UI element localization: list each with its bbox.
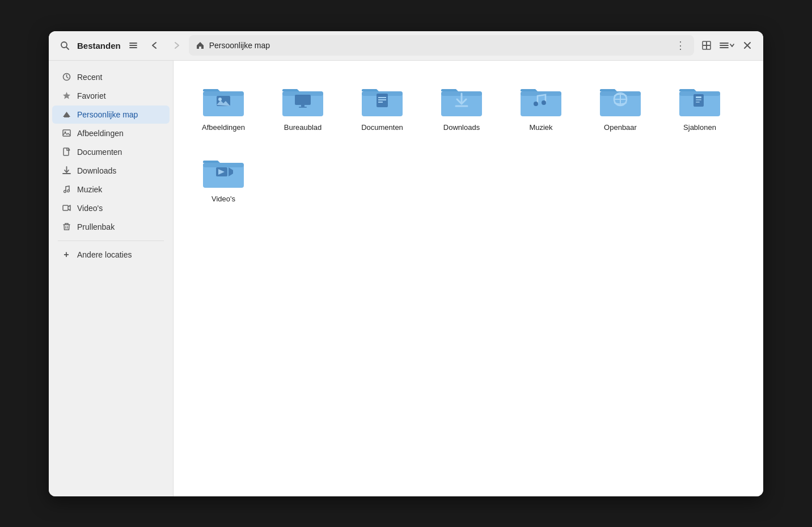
file-manager-window: Bestanden Persoonlijke map <box>49 31 763 496</box>
close-icon <box>743 41 751 49</box>
folder-item-openbaar[interactable]: Openbaar <box>586 74 654 137</box>
sidebar-item-prullenbak[interactable]: Prullenbak <box>52 218 170 236</box>
folder-item-documenten[interactable]: Documenten <box>348 74 416 137</box>
folder-name-openbaar: Openbaar <box>604 123 637 133</box>
close-button[interactable] <box>738 36 756 54</box>
file-area: Afbeeldingen Bureaublad Documenten <box>174 61 763 496</box>
app-title: Bestanden <box>77 41 121 50</box>
documenten-icon <box>61 147 71 157</box>
toolbar-left: Bestanden <box>56 36 142 54</box>
toolbar-right <box>697 36 756 54</box>
folder-icon-sjablonen <box>677 79 722 120</box>
menu-button[interactable] <box>124 36 142 54</box>
search-button[interactable] <box>56 36 74 54</box>
sidebar-item-label-documenten: Documenten <box>77 147 122 157</box>
sidebar-item-label-downloads: Downloads <box>77 166 116 175</box>
folder-name-afbeeldingen: Afbeeldingen <box>202 123 245 133</box>
sidebar-item-label-favoriet: Favoriet <box>77 91 106 100</box>
sidebar-item-persoonlijke-map[interactable]: Persoonlijke map <box>52 106 170 124</box>
main-content: RecentFavorietPersoonlijke mapAfbeelding… <box>49 61 763 496</box>
list-icon <box>719 40 729 50</box>
favoriet-icon <box>61 91 71 101</box>
svg-rect-23 <box>63 205 68 210</box>
svg-point-49 <box>542 100 546 105</box>
muziek-icon <box>61 184 71 195</box>
sidebar-item-videos[interactable]: Video's <box>52 199 170 217</box>
forward-icon <box>172 41 181 50</box>
svg-rect-18 <box>64 148 69 155</box>
sidebar-item-recent[interactable]: Recent <box>52 68 170 86</box>
folder-icon-documenten <box>360 79 405 120</box>
folder-item-afbeeldingen[interactable]: Afbeeldingen <box>189 74 257 137</box>
svg-rect-8 <box>707 45 710 49</box>
toolbar: Bestanden Persoonlijke map <box>49 31 763 61</box>
hamburger-icon <box>129 41 138 50</box>
sidebar-item-favoriet[interactable]: Favoriet <box>52 87 170 105</box>
sidebar-item-label-recent: Recent <box>77 73 102 82</box>
svg-rect-33 <box>295 95 311 105</box>
svg-point-29 <box>218 98 222 101</box>
svg-marker-15 <box>63 92 70 99</box>
persoonlijke-map-icon <box>61 109 71 120</box>
videos-icon <box>61 203 71 213</box>
folder-item-sjablonen[interactable]: Sjablonen <box>666 74 734 137</box>
folder-item-bureaublad[interactable]: Bureaublad <box>269 74 337 137</box>
folder-item-videos[interactable]: Video's <box>189 146 257 209</box>
search-icon <box>60 41 69 50</box>
folder-name-videos: Video's <box>212 195 235 204</box>
folder-icon-muziek <box>518 79 564 120</box>
svg-rect-59 <box>696 99 701 100</box>
sidebar-item-muziek[interactable]: Muziek <box>52 180 170 199</box>
forward-button[interactable] <box>167 36 185 54</box>
folder-icon-afbeeldingen <box>201 79 246 120</box>
sidebar-item-label-persoonlijke-map: Persoonlijke map <box>77 110 138 119</box>
bookmark-button[interactable] <box>697 36 716 54</box>
folder-item-muziek[interactable]: Muziek <box>507 74 575 137</box>
sidebar-item-label-videos: Video's <box>77 204 103 213</box>
svg-line-1 <box>66 47 69 49</box>
address-more-button[interactable]: ⋮ <box>674 39 687 52</box>
view-button[interactable] <box>718 36 736 54</box>
address-more-icon: ⋮ <box>675 39 686 52</box>
svg-rect-16 <box>63 130 70 136</box>
svg-rect-60 <box>696 102 700 103</box>
folder-icon-openbaar <box>598 79 643 120</box>
svg-point-22 <box>67 190 69 192</box>
recent-icon <box>61 72 71 82</box>
chevron-down-icon <box>729 43 735 48</box>
other-locations-item[interactable]: + Andere locaties <box>52 246 170 264</box>
folder-name-bureaublad: Bureaublad <box>284 123 322 133</box>
sidebar-item-documenten[interactable]: Documenten <box>52 143 170 161</box>
svg-rect-34 <box>301 105 304 107</box>
svg-point-48 <box>534 102 538 106</box>
address-bar[interactable]: Persoonlijke map ⋮ <box>189 35 694 56</box>
home-icon <box>196 41 205 50</box>
svg-rect-62 <box>203 163 244 167</box>
sidebar-item-afbeeldingen[interactable]: Afbeeldingen <box>52 124 170 142</box>
folder-name-downloads: Downloads <box>443 123 480 133</box>
folder-icon-videos <box>201 150 246 191</box>
back-button[interactable] <box>146 36 164 54</box>
sidebar-item-label-muziek: Muziek <box>77 185 102 194</box>
folder-name-documenten: Documenten <box>361 123 403 133</box>
address-text: Persoonlijke map <box>209 41 669 50</box>
svg-rect-58 <box>696 96 701 98</box>
svg-rect-7 <box>703 45 707 49</box>
sidebar-divider <box>58 241 164 241</box>
svg-rect-27 <box>203 91 244 96</box>
svg-point-21 <box>64 191 66 193</box>
back-icon <box>150 41 159 50</box>
folder-name-sjablonen: Sjablonen <box>683 123 716 133</box>
svg-rect-6 <box>707 41 710 45</box>
sidebar-item-downloads[interactable]: Downloads <box>52 162 170 180</box>
sidebar-item-label-afbeeldingen: Afbeeldingen <box>77 129 124 138</box>
folder-item-downloads[interactable]: Downloads <box>428 74 496 137</box>
sidebar: RecentFavorietPersoonlijke mapAfbeelding… <box>49 61 174 496</box>
svg-rect-5 <box>703 41 707 45</box>
folder-icon-downloads <box>439 79 484 120</box>
afbeeldingen-icon <box>61 128 71 138</box>
file-grid: Afbeeldingen Bureaublad Documenten <box>189 74 747 209</box>
sidebar-item-label-prullenbak: Prullenbak <box>77 222 115 231</box>
folder-icon-bureaublad <box>280 79 325 120</box>
downloads-icon <box>61 166 71 176</box>
